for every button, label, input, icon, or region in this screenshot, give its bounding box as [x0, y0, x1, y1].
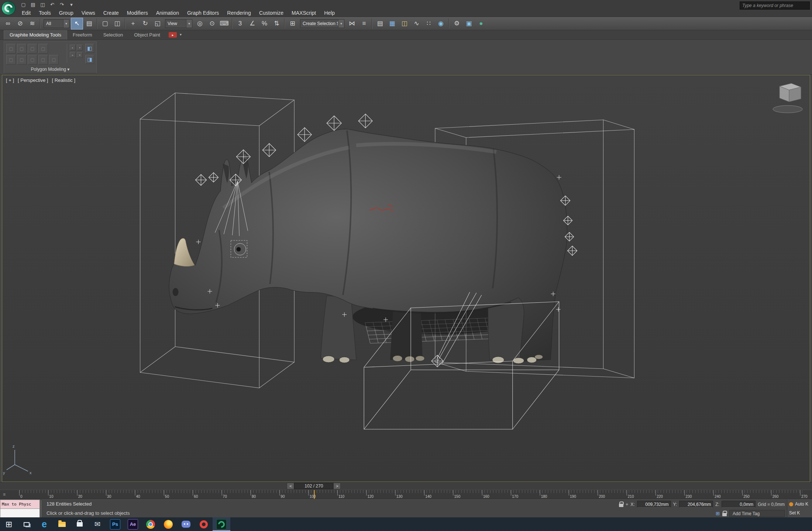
align-button[interactable]: ≡ [358, 18, 370, 30]
set-key-button[interactable]: Set K [789, 510, 800, 516]
taskbar-opera-icon[interactable] [195, 517, 213, 531]
reference-coordinate-system-dropdown[interactable]: View▾ [165, 19, 192, 28]
mirror-button[interactable]: ⋈ [346, 18, 358, 30]
ribbon-help-video-icon[interactable]: ▸ [169, 32, 177, 38]
angle-snap-toggle-button[interactable]: ∠ [246, 18, 258, 30]
workspace-menu-icon[interactable]: ▾ [67, 1, 76, 8]
menu-modifiers[interactable]: Modifiers [123, 9, 152, 17]
polygon-tool-button[interactable]: ▢ [38, 55, 48, 65]
taskbar-windows-start-icon[interactable]: ⊞ [0, 517, 18, 531]
taskbar-discord-icon[interactable] [177, 517, 195, 531]
taskbar-chrome-icon[interactable] [142, 517, 159, 531]
rhino-model[interactable] [169, 129, 567, 364]
tab-graphite-modeling-tools[interactable]: Graphite Modeling Tools [4, 30, 67, 39]
select-and-uniform-scale-button[interactable]: ◱ [151, 18, 164, 30]
listener-line-1[interactable]: Max to Physc [0, 500, 40, 509]
absolute-mode-icon[interactable]: + [626, 502, 629, 507]
panel-mini-button[interactable]: ▾ [77, 45, 83, 51]
track-bar[interactable]: ≡ 01020304050607080901001101201301401501… [0, 490, 812, 499]
menu-tools[interactable]: Tools [35, 9, 55, 17]
window-crossing-toggle-button[interactable]: ◫ [111, 18, 123, 30]
scene-explorer-button[interactable]: ▤ [374, 18, 386, 30]
unlink-selection-button[interactable]: ⊘ [14, 18, 26, 30]
undo-icon[interactable]: ↶ [48, 1, 56, 8]
taskbar-store-icon[interactable] [71, 517, 89, 531]
menu-group[interactable]: Group [55, 9, 78, 17]
taskbar-after-effects-icon[interactable]: Ae [124, 517, 142, 531]
render-production-button[interactable]: ● [475, 18, 487, 30]
rectangular-selection-region-button[interactable]: ▢ [99, 18, 111, 30]
polygon-tool-button[interactable]: ▢ [49, 55, 59, 65]
open-mini-track-icon[interactable]: ≡ [3, 492, 6, 497]
select-and-rotate-button[interactable]: ↻ [139, 18, 151, 30]
keyboard-shortcut-override-button[interactable]: ⌨ [218, 18, 230, 30]
menu-rendering[interactable]: Rendering [223, 9, 255, 17]
add-time-tag-field[interactable]: Add Time Tag [729, 510, 785, 517]
menu-graph-editors[interactable]: Graph Editors [183, 9, 223, 17]
viewport-canvas[interactable]: z x y [2, 75, 810, 482]
spinner-snap-toggle-button[interactable]: ⇅ [271, 18, 283, 30]
select-by-name-button[interactable]: ▤ [83, 18, 95, 30]
menu-customize[interactable]: Customize [255, 9, 288, 17]
time-slider-track[interactable]: < 102 / 270 > [0, 482, 812, 490]
save-file-icon[interactable]: ◫ [38, 1, 47, 8]
polygon-tool-button[interactable]: ▢ [38, 44, 48, 53]
3dsmax-logo[interactable] [1, 1, 16, 15]
graphite-ribbon-toggle-button[interactable]: ◫ [398, 18, 410, 30]
layer-manager-button[interactable]: ▦ [386, 18, 398, 30]
render-setup-button[interactable]: ⚙ [451, 18, 463, 30]
perspective-viewport[interactable]: [ + ] [ Perspective ] [ Realistic ] [2, 75, 810, 482]
taskbar-file-explorer-icon[interactable] [53, 517, 71, 531]
polygon-tool-button[interactable]: ▢ [17, 44, 27, 53]
polygon-tool-button[interactable]: ▢ [6, 44, 16, 53]
snaps-toggle-button[interactable]: 3 [234, 18, 246, 30]
bind-to-space-warp-button[interactable]: ≋ [26, 18, 38, 30]
tab-freeform[interactable]: Freeform [67, 31, 98, 39]
percent-snap-toggle-button[interactable]: % [258, 18, 271, 30]
listener-splitter[interactable] [40, 500, 42, 518]
menu-animation[interactable]: Animation [152, 9, 183, 17]
previous-frame-button[interactable]: < [287, 483, 294, 489]
y-coordinate-field[interactable]: 204,676mm [679, 501, 713, 508]
listener-line-2[interactable] [0, 509, 40, 518]
polygon-modeling-label[interactable]: Polygon Modeling ▾ [4, 67, 96, 72]
rendered-frame-window-button[interactable]: ▣ [463, 18, 475, 30]
select-and-link-button[interactable]: ∞ [2, 18, 14, 30]
panel-mini-button[interactable]: ▸ [70, 45, 76, 51]
polygon-tool-button[interactable]: ▢ [17, 55, 27, 65]
material-editor-button[interactable]: ◉ [435, 18, 447, 30]
select-and-manipulate-button[interactable]: ⊙ [206, 18, 218, 30]
auto-key-button[interactable]: Auto K [795, 502, 808, 507]
polygon-tool-button[interactable]: ▢ [6, 55, 16, 65]
new-scene-icon[interactable]: ▢ [19, 1, 28, 8]
maxscript-mini-listener[interactable]: Max to Physc [0, 500, 40, 518]
viewcube[interactable] [773, 83, 802, 113]
select-and-move-button[interactable]: + [127, 18, 139, 30]
viewport-shading-menu[interactable]: [ Realistic ] [52, 77, 75, 83]
menu-views[interactable]: Views [78, 9, 99, 17]
open-file-icon[interactable]: ▤ [29, 1, 37, 8]
time-tag-lock-icon[interactable] [722, 513, 727, 516]
tab-object-paint[interactable]: Object Paint [128, 31, 166, 39]
panel-mini-button[interactable]: ▾ [77, 52, 83, 58]
taskbar-edge-icon[interactable]: e [35, 517, 53, 531]
taskbar-task-view-icon[interactable] [18, 517, 35, 531]
menu-help[interactable]: Help [320, 9, 339, 17]
menu-create[interactable]: Create [99, 9, 123, 17]
next-frame-button[interactable]: > [333, 483, 341, 489]
tab-selection[interactable]: Selection [98, 31, 128, 39]
x-coordinate-field[interactable]: 009,732mm [637, 501, 671, 508]
menu-maxscript[interactable]: MAXScript [288, 9, 320, 17]
menu-edit[interactable]: Edit [18, 9, 35, 17]
named-selection-sets-dropdown[interactable]: Create Selection S▾ [300, 19, 344, 28]
ribbon-config-icon[interactable]: ▾ [180, 32, 182, 37]
redo-icon[interactable]: ↷ [58, 1, 66, 8]
curve-editor-button[interactable]: ∿ [410, 18, 423, 30]
selection-lock-icon[interactable] [619, 504, 623, 507]
polygon-tool-button[interactable]: ▢ [28, 44, 37, 53]
select-object-button[interactable]: ↖ [71, 18, 83, 30]
taskbar-3ds-max-icon[interactable] [213, 517, 230, 531]
modify-selection-button[interactable]: ◧ [85, 44, 94, 53]
panel-mini-button[interactable]: ▸ [70, 52, 76, 58]
time-tag-icon[interactable]: ⊞ [716, 511, 720, 516]
